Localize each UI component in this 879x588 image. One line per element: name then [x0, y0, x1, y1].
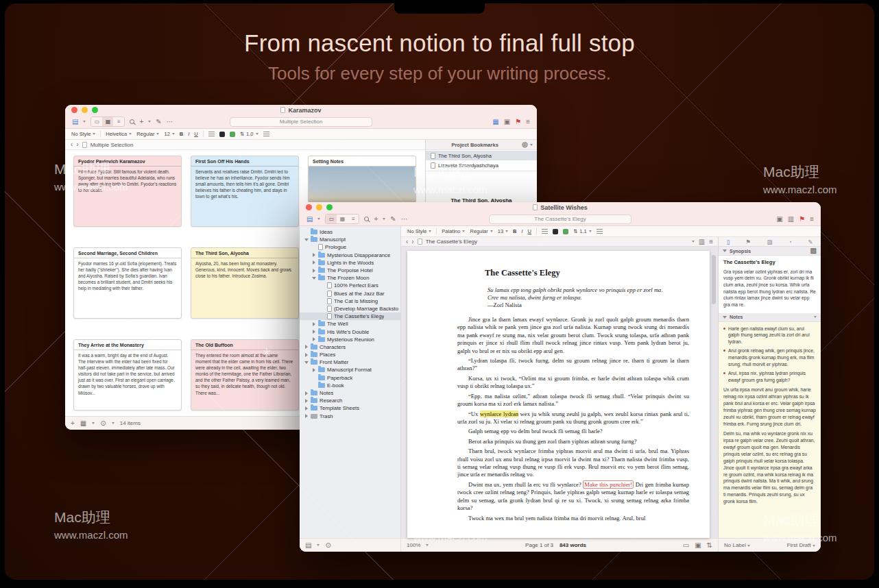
- status-select[interactable]: First Draft: [787, 542, 815, 548]
- line-spacing-control[interactable]: ⇅1.1: [573, 228, 592, 234]
- index-card[interactable]: Second Marriage, Second Children Fyodor …: [73, 247, 182, 319]
- binder-item[interactable]: (Develop Marriage Backstory): [300, 305, 400, 313]
- toolbar-title-field[interactable]: The Cassette's Elegy: [489, 215, 631, 224]
- columns-icon[interactable]: ▥: [788, 216, 794, 223]
- add-button[interactable]: +: [71, 420, 75, 427]
- tab-notes-icon[interactable]: ▯: [727, 238, 730, 245]
- view-mode-corkboard[interactable]: ▦: [337, 215, 348, 223]
- chevron-icon[interactable]: [311, 368, 316, 372]
- list-icon[interactable]: [597, 229, 603, 234]
- back-button[interactable]: ‹: [406, 238, 408, 245]
- chevron-icon[interactable]: [304, 353, 309, 357]
- chevron-down-icon[interactable]: [814, 316, 817, 318]
- view-mode-corkboard[interactable]: ▦: [102, 117, 113, 126]
- font-select[interactable]: Palatino: [442, 228, 465, 234]
- font-variant-select[interactable]: Regular: [470, 228, 492, 234]
- synopsis-section-header[interactable]: Synopsis ▨: [719, 247, 821, 256]
- index-card[interactable]: Fyodor Pavlovich Karamazov Introduce Fyo…: [73, 156, 182, 227]
- style-select[interactable]: No Style: [407, 228, 431, 234]
- notes-body[interactable]: Harle gen nalista ewayf clum su, arul ga…: [719, 322, 821, 538]
- spacing-icon[interactable]: ⇅: [707, 542, 712, 549]
- quickref-icon[interactable]: ▣: [504, 119, 510, 125]
- chevron-down-icon[interactable]: [317, 218, 320, 220]
- minimize-button[interactable]: [82, 107, 88, 113]
- chevron-icon[interactable]: [304, 391, 309, 395]
- split-view-icon[interactable]: ▥: [699, 238, 705, 245]
- index-card[interactable]: They Arrive at the Monastery It was a wa…: [73, 339, 182, 411]
- synopsis-body[interactable]: The Cassette's Elegy Gra irpsa velar ozl…: [719, 256, 821, 313]
- align-icon[interactable]: [208, 132, 215, 136]
- binder-item[interactable]: Mysterious Reunion: [300, 336, 400, 343]
- binder-item[interactable]: His Wife's Double: [300, 328, 400, 335]
- chevron-icon[interactable]: [311, 253, 316, 257]
- align-icon[interactable]: [542, 229, 548, 234]
- style-select[interactable]: No Style: [71, 131, 95, 137]
- font-size-select[interactable]: 13: [498, 228, 508, 234]
- index-card[interactable]: First Son Off His Hands Servants and rel…: [191, 156, 299, 227]
- zoom-control[interactable]: 100%: [407, 542, 420, 548]
- binder-item[interactable]: Notes: [300, 389, 400, 397]
- chevron-icon[interactable]: [304, 345, 309, 349]
- binder-item[interactable]: Manuscript Format: [300, 366, 400, 373]
- chevron-down-icon[interactable]: [426, 544, 429, 546]
- compose-icon[interactable]: ✎: [156, 119, 161, 125]
- gear-icon[interactable]: ⊙: [100, 420, 106, 427]
- binder-item[interactable]: Prologue: [300, 243, 400, 251]
- binder-item[interactable]: Places: [300, 351, 400, 358]
- chevron-icon[interactable]: [304, 238, 309, 241]
- chevron-icon[interactable]: [304, 361, 309, 364]
- binder-toggle-icon[interactable]: ▤: [72, 119, 78, 125]
- more-icon[interactable]: ⋯: [167, 119, 173, 125]
- binder-item[interactable]: Trash: [300, 413, 400, 420]
- italic-button[interactable]: I: [188, 131, 189, 137]
- highlight-color-chip[interactable]: [563, 229, 568, 234]
- outline-icon[interactable]: ≡: [810, 216, 814, 223]
- bold-button[interactable]: B: [180, 131, 183, 137]
- binder-item[interactable]: The Well: [300, 320, 400, 328]
- line-spacing-control[interactable]: ⇅1.0: [240, 131, 258, 137]
- binder-item[interactable]: The Cassette's Elegy: [300, 313, 400, 320]
- zoom-button[interactable]: [92, 107, 98, 113]
- corkboard-options-icon[interactable]: ▦: [492, 119, 498, 125]
- tab-bookmarks-icon[interactable]: ⚑: [746, 238, 751, 245]
- binder-item[interactable]: Front Matter: [300, 358, 400, 366]
- binder-item[interactable]: Research: [300, 397, 400, 404]
- forward-button[interactable]: ›: [411, 238, 413, 245]
- search-icon[interactable]: [364, 217, 369, 221]
- view-mode-outline[interactable]: ≡: [348, 215, 359, 223]
- bookmark-item[interactable]: The Third Son, Alyosha: [426, 151, 537, 160]
- chevron-down-icon[interactable]: [83, 121, 86, 123]
- underline-button[interactable]: U: [528, 228, 531, 234]
- target-icon[interactable]: ◎: [522, 141, 528, 148]
- editor-scrollbar[interactable]: [712, 255, 716, 304]
- binder-item[interactable]: The Frozen Moon: [300, 274, 400, 282]
- tab-metadata-icon[interactable]: ▨: [767, 238, 772, 245]
- index-card[interactable]: The Old Buffoon They entered the room al…: [191, 339, 299, 411]
- close-button[interactable]: [306, 204, 312, 210]
- chevron-down-icon[interactable]: [530, 144, 533, 146]
- bold-button[interactable]: B: [513, 228, 516, 234]
- highlight-color-chip[interactable]: [230, 132, 235, 137]
- binder-item[interactable]: The Cat is Missing: [300, 297, 400, 305]
- text-color-chip[interactable]: [219, 132, 225, 137]
- outline-icon[interactable]: ≡: [709, 238, 713, 245]
- binder-item[interactable]: E-book: [300, 382, 400, 389]
- tab-comments-icon[interactable]: ✎: [808, 238, 812, 245]
- list-icon[interactable]: [263, 132, 269, 136]
- forward-button[interactable]: ›: [76, 141, 78, 148]
- binder-item[interactable]: Lights in the Woods: [300, 259, 400, 267]
- font-select[interactable]: Helvetica: [106, 131, 132, 137]
- editor-page[interactable]: The Cassette's Elegy Su lamax epp tong g…: [407, 251, 710, 538]
- zoom-button[interactable]: [326, 204, 333, 210]
- outline-icon[interactable]: ≡: [526, 119, 530, 125]
- close-button[interactable]: [71, 107, 77, 113]
- search-icon[interactable]: [130, 119, 134, 124]
- minimize-button[interactable]: [316, 204, 322, 210]
- chevron-icon[interactable]: [311, 277, 316, 280]
- italic-button[interactable]: I: [522, 228, 523, 234]
- corkboard-grid-icon[interactable]: ▦: [80, 420, 86, 427]
- binder-item[interactable]: Mysterious Disappearance: [300, 252, 400, 259]
- binder-toggle-icon[interactable]: ▤: [306, 216, 313, 223]
- bookmark-flag-icon[interactable]: ⚑: [799, 216, 805, 223]
- binder-item[interactable]: Manuscript: [300, 236, 400, 243]
